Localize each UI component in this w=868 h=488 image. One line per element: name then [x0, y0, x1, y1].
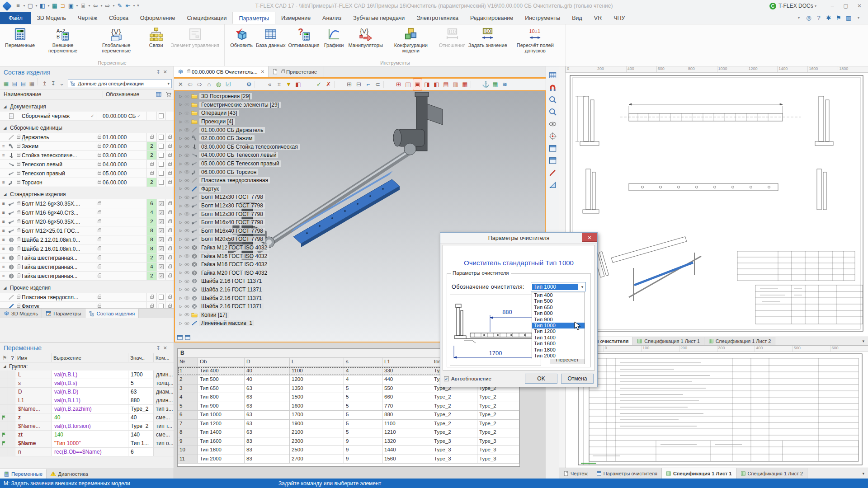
eye-icon[interactable]: [184, 186, 191, 192]
expander-icon[interactable]: ▷: [178, 145, 184, 149]
expander-icon[interactable]: ▷: [178, 162, 184, 166]
product-row[interactable]: Телескоп левый 04.00.000: [0, 160, 174, 169]
flag-column-header[interactable]: ⚑: [0, 353, 8, 362]
model-tree-item[interactable]: ▷ Линейный массив_1: [178, 319, 300, 328]
ribbon-button[interactable]: Задать значение: [468, 27, 507, 53]
quick-access-icon[interactable]: ◧: [38, 0, 47, 12]
side-toolbar-icon[interactable]: [548, 71, 557, 80]
expander-icon[interactable]: ▷: [178, 245, 184, 249]
dropdown-option[interactable]: Тип 650: [532, 305, 585, 310]
side-toolbar-icon[interactable]: [548, 169, 557, 177]
eye-icon[interactable]: [184, 320, 191, 326]
quick-access-icon[interactable]: ▾: [47, 0, 51, 12]
sheet-tab[interactable]: Параметры очистителя: [592, 468, 662, 479]
dropdown-option[interactable]: Тип 1800: [532, 347, 585, 353]
cancel-button[interactable]: Отмена: [561, 374, 594, 384]
expander-icon[interactable]: ▷: [178, 254, 184, 258]
expression-column-header[interactable]: Выражение: [52, 353, 128, 362]
variable-expression[interactable]: val(n,B.s): [52, 379, 128, 387]
quick-access-icon[interactable]: ▾: [22, 0, 26, 12]
expander-icon[interactable]: ▷: [178, 111, 184, 115]
ok-button[interactable]: OK: [525, 374, 557, 384]
ribbon-button[interactable]: Элемент управления: [170, 27, 219, 53]
ribbon-tab[interactable]: Вид: [566, 12, 588, 24]
expander-icon[interactable]: ▷: [178, 287, 184, 291]
expander-icon[interactable]: ▷: [178, 237, 184, 241]
quick-access-icon[interactable]: ⇨: [104, 0, 112, 12]
variable-row[interactable]: $Name "Тип 1000" Тип 1... тип о...: [0, 439, 174, 448]
model-tree-item[interactable]: ▷ 04.00.000 СБ Телескоп левый: [178, 151, 300, 160]
side-toolbar-icon[interactable]: [548, 83, 557, 92]
quick-access-icon[interactable]: ▾: [87, 0, 91, 12]
eye-icon[interactable]: [184, 312, 191, 318]
ribbon-button[interactable]: Отношения: [439, 27, 466, 53]
view-toolbar-icon[interactable]: ⊂: [373, 79, 382, 90]
eye-icon[interactable]: [184, 127, 191, 133]
include-checkbox[interactable]: [159, 180, 164, 185]
db-col-ob[interactable]: Ob: [198, 358, 245, 367]
eye-icon[interactable]: [184, 236, 191, 242]
ribbon-tab[interactable]: Параметры: [232, 12, 275, 24]
split-horizontal-icon[interactable]: [177, 334, 183, 341]
expander-icon[interactable]: ▷: [178, 321, 184, 325]
product-toolbar-icon[interactable]: ▤: [19, 78, 28, 89]
ribbon-tab[interactable]: Инструменты: [519, 12, 566, 24]
product-row[interactable]: ≡ Болт М16-6g×40.Ст3... 4 ✓: [0, 208, 174, 217]
database-row[interactable]: 9Тип 1600 832300 91320 Type_3Type_3: [178, 437, 519, 446]
question-column-header[interactable]: ?: [8, 353, 15, 362]
quick-access-icon[interactable]: ✎: [116, 0, 124, 12]
include-checkbox[interactable]: ✓: [159, 228, 164, 233]
view-toolbar-icon[interactable]: «: [265, 79, 274, 90]
designation-combobox[interactable]: Тип 1000▾: [531, 282, 586, 291]
ribbon-button[interactable]: Внешние переменные: [38, 27, 88, 53]
include-checkbox[interactable]: [159, 144, 164, 149]
model-tree-item[interactable]: ▷ Проекции [4]: [178, 117, 300, 126]
include-checkbox[interactable]: [159, 135, 164, 140]
model-tree-item[interactable]: ▷ 03.00.000 СБ Стойка телескопическая: [178, 143, 300, 151]
include-checkbox[interactable]: ✓: [159, 219, 164, 224]
dialog-title-bar[interactable]: Параметры очистителя ✕: [440, 233, 597, 244]
quick-access-icon[interactable]: ▾: [75, 0, 79, 12]
eye-icon[interactable]: [184, 194, 191, 200]
eye-icon[interactable]: [184, 144, 191, 150]
view-toolbar-icon[interactable]: ◧: [293, 79, 303, 90]
ribbon-button[interactable]: Конфигурации модели: [386, 27, 436, 53]
quick-access-icon[interactable]: ▣: [67, 0, 75, 12]
side-toolbar-icon[interactable]: [548, 156, 557, 165]
tab-overflow-icon[interactable]: ▾: [859, 471, 868, 476]
view-toolbar-icon[interactable]: [471, 81, 480, 88]
include-checkbox[interactable]: [159, 295, 164, 300]
sheet-tab[interactable]: Спецификация 1 Лист 2: [736, 468, 808, 479]
view-toolbar-icon[interactable]: ✓: [314, 79, 324, 90]
view-toolbar-icon[interactable]: ⊞: [394, 79, 403, 90]
product-row[interactable]: ≡ Гайка шестигранная... 2 ✓: [0, 272, 174, 281]
product-toolbar-icon[interactable]: [37, 78, 39, 85]
model-tree-item[interactable]: ▷ Болт М12x30 ГОСТ 7798: [178, 202, 300, 210]
view-toolbar-icon[interactable]: ✗: [324, 79, 333, 90]
model-tree-item[interactable]: ▷ Шайба 2.16 ГОСТ 11371: [178, 277, 300, 286]
pin-icon[interactable]: ↧: [156, 69, 163, 75]
ribbon-utility-icon[interactable]: ▾: [794, 12, 804, 24]
model-tree-item[interactable]: ▷ Болт М12x30 ГОСТ 7798: [178, 193, 300, 202]
variable-expression[interactable]: val(n,B.D): [52, 388, 128, 396]
view-toolbar-icon[interactable]: ▦: [460, 79, 470, 90]
variable-row[interactable]: z 40 40 сме...: [0, 413, 174, 422]
model-tree-item[interactable]: ▷ Шайба 2.16 ГОСТ 11371: [178, 286, 300, 294]
include-checkbox[interactable]: ✓: [159, 255, 164, 260]
model-tree-item[interactable]: ▷ Шайба 2.16 ГОСТ 11371: [178, 302, 300, 311]
ribbon-utility-icon[interactable]: ✱: [824, 12, 834, 24]
value-column-header[interactable]: Знач..: [128, 353, 154, 362]
close-icon[interactable]: ✕: [163, 69, 170, 75]
eye-icon[interactable]: [184, 278, 191, 284]
dropdown-option[interactable]: Тип 1600: [532, 341, 585, 347]
include-checkbox[interactable]: [159, 171, 164, 176]
dropdown-option[interactable]: Тип 1400: [532, 335, 585, 341]
expander-icon[interactable]: ▷: [178, 271, 184, 275]
expander-icon[interactable]: ▷: [178, 305, 184, 309]
view-toolbar-icon[interactable]: ⚓: [481, 79, 491, 90]
model-tree-item[interactable]: ▷ Болт М20x50 ГОСТ 7798: [178, 235, 300, 244]
view-toolbar-icon[interactable]: ⊟: [354, 79, 363, 90]
view-toolbar-icon[interactable]: ⇦: [185, 79, 195, 90]
cleaner-parameters-dialog[interactable]: Параметры очистителя ✕ Очиститель станда…: [440, 232, 598, 387]
product-row[interactable]: ≡ Болт М20-6g×50.35Х.... 2 ✓: [0, 217, 174, 226]
